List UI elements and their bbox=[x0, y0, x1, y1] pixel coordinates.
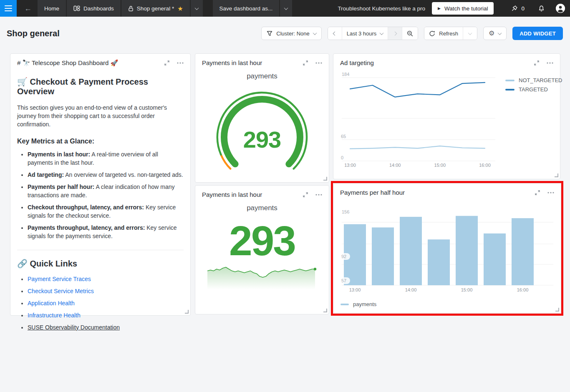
quick-link[interactable]: Application Health bbox=[28, 300, 75, 307]
add-widget-button[interactable]: ADD WIDGET bbox=[512, 27, 563, 40]
page-title: Shop general bbox=[7, 29, 60, 38]
refresh-button[interactable]: Refresh bbox=[424, 27, 463, 40]
save-dashboard-as-button[interactable]: Save dashboard as... bbox=[213, 0, 280, 17]
sparkline-chart bbox=[207, 264, 317, 290]
chevron-down-icon bbox=[313, 31, 317, 35]
expand-icon[interactable] bbox=[535, 190, 540, 196]
widget-ad-targeting: Ad targeting 18465013:0014:0015:0016:00 … bbox=[333, 53, 560, 179]
time-forward-button[interactable] bbox=[388, 27, 402, 40]
legend-item-targeted[interactable]: TARGETED bbox=[505, 86, 562, 93]
play-icon: ▶ bbox=[438, 6, 441, 10]
widget-title: Payments per half hour bbox=[340, 189, 405, 196]
tab-current-label: Shop general * bbox=[137, 5, 174, 12]
widget-payments-gauge: Payments in last hour payments 293 bbox=[195, 53, 329, 183]
dashboard-tab-menu-button[interactable] bbox=[191, 0, 203, 17]
expand-icon[interactable] bbox=[534, 60, 540, 66]
unlock-icon bbox=[128, 5, 134, 12]
resize-handle[interactable] bbox=[555, 308, 559, 312]
refresh-menu-button[interactable] bbox=[463, 27, 477, 40]
divider bbox=[17, 250, 184, 250]
time-range-control: Last 3 hours bbox=[328, 27, 419, 40]
metric-list-item: Payments in last hour: A real-time overv… bbox=[28, 150, 184, 167]
dashboards-icon bbox=[73, 5, 80, 11]
metric-list-item: Payments throughput, latency, and errors… bbox=[28, 224, 184, 240]
time-zoom-out-button[interactable] bbox=[402, 27, 418, 40]
resize-handle[interactable] bbox=[323, 177, 327, 181]
resize-handle[interactable] bbox=[185, 310, 189, 314]
save-dashboard-menu-button[interactable] bbox=[280, 0, 292, 17]
metric-value: 293 bbox=[195, 220, 329, 261]
legend-label: NOT_TARGETED bbox=[519, 77, 562, 83]
cluster-filter-button[interactable]: Cluster: None bbox=[261, 27, 321, 40]
svg-text:15:00: 15:00 bbox=[434, 163, 446, 168]
resize-handle[interactable] bbox=[323, 309, 327, 312]
svg-text:13:00: 13:00 bbox=[349, 287, 361, 292]
widget-markdown: # 🔭 Telescope Shop Dashboard 🚀 🛒 Checkou… bbox=[10, 53, 191, 316]
chevron-down-icon bbox=[284, 6, 288, 10]
user-avatar[interactable] bbox=[556, 4, 565, 13]
tab-home[interactable]: Home bbox=[38, 0, 66, 17]
svg-text:15:00: 15:00 bbox=[461, 287, 473, 292]
svg-text:16:00: 16:00 bbox=[479, 163, 491, 168]
svg-text:13:00: 13:00 bbox=[344, 163, 356, 168]
quick-link[interactable]: Checkout Service Metrics bbox=[28, 288, 94, 294]
quick-links-heading: 🔗 Quick Links bbox=[17, 259, 184, 269]
chart-legend[interactable]: payments bbox=[340, 301, 376, 307]
legend-swatch bbox=[505, 89, 515, 90]
filter-funnel-icon bbox=[267, 31, 272, 36]
more-menu-icon[interactable] bbox=[315, 192, 322, 198]
chart-legend: NOT_TARGETEDTARGETED bbox=[505, 77, 562, 93]
markdown-heading: 🛒 Checkout & Payment Process Overview bbox=[17, 77, 184, 96]
more-menu-icon[interactable] bbox=[547, 190, 554, 196]
svg-text:156: 156 bbox=[342, 209, 349, 214]
tab-dashboards-label: Dashboards bbox=[83, 5, 114, 12]
pin-count: 0 bbox=[521, 5, 525, 12]
menu-button[interactable] bbox=[0, 0, 17, 17]
quick-link[interactable]: Payment Service Traces bbox=[28, 276, 91, 282]
time-back-button[interactable] bbox=[328, 27, 342, 40]
watch-tutorial-button[interactable]: ▶ Watch the tutorial bbox=[432, 2, 494, 15]
legend-item-not_targeted[interactable]: NOT_TARGETED bbox=[505, 77, 562, 83]
widget-payments-number: Payments in last hour payments 293 bbox=[195, 185, 329, 314]
quick-link-item: Payment Service Traces bbox=[28, 275, 184, 283]
widget-title: Payments in last hour bbox=[202, 191, 262, 198]
bar-chart: 156925713:0014:0015:0016:00 bbox=[333, 200, 561, 312]
widget-title: Ad targeting bbox=[340, 59, 374, 66]
legend-label: payments bbox=[353, 301, 376, 307]
chevron-down-icon bbox=[468, 31, 472, 35]
settings-button[interactable]: ⚙ bbox=[483, 27, 507, 40]
svg-text:16:00: 16:00 bbox=[517, 287, 529, 292]
back-button[interactable]: ← bbox=[20, 0, 36, 17]
more-menu-icon[interactable] bbox=[547, 60, 553, 66]
metric-label: payments bbox=[195, 204, 329, 212]
pinned-items-button[interactable]: 0 bbox=[509, 5, 527, 12]
favorite-star-icon[interactable]: ★ bbox=[177, 5, 183, 12]
chevron-down-icon bbox=[194, 6, 199, 10]
expand-icon[interactable] bbox=[303, 192, 308, 198]
promo-text: Troubleshoot Kubernetes like a pro bbox=[338, 5, 425, 12]
quick-link-item: SUSE Observability Documentation bbox=[28, 323, 184, 332]
metric-list-item: Ad targeting: An overview of targeted vs… bbox=[28, 171, 184, 179]
zoom-out-icon bbox=[407, 30, 413, 37]
time-range-button[interactable]: Last 3 hours bbox=[342, 27, 388, 40]
top-bar: ← Home Dashboards Shop general * ★ Save … bbox=[0, 0, 570, 17]
quick-link[interactable]: Infrastructure Health bbox=[28, 312, 81, 319]
tab-dashboards[interactable]: Dashboards bbox=[67, 0, 121, 17]
expand-icon[interactable] bbox=[303, 60, 308, 66]
quick-link-item: Application Health bbox=[28, 299, 184, 307]
expand-icon[interactable] bbox=[164, 60, 170, 66]
more-menu-icon[interactable] bbox=[315, 60, 322, 66]
quick-link[interactable]: SUSE Observability Documentation bbox=[28, 324, 120, 331]
more-menu-icon[interactable] bbox=[177, 60, 184, 66]
legend-swatch bbox=[505, 80, 515, 81]
svg-text:293: 293 bbox=[243, 126, 281, 153]
svg-text:14:00: 14:00 bbox=[405, 287, 417, 292]
metrics-list: Payments in last hour: A real-time overv… bbox=[17, 150, 184, 240]
quick-links-list: Payment Service TracesCheckout Service M… bbox=[17, 275, 184, 332]
svg-text:184: 184 bbox=[342, 72, 349, 77]
svg-text:0: 0 bbox=[341, 155, 343, 160]
refresh-control: Refresh bbox=[424, 27, 477, 40]
notifications-button[interactable] bbox=[538, 5, 545, 12]
tab-current-dashboard[interactable]: Shop general * ★ bbox=[121, 0, 190, 17]
resize-handle[interactable] bbox=[555, 173, 558, 177]
